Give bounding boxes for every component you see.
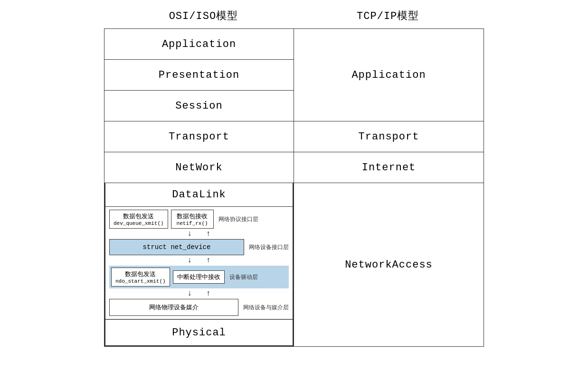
media-layer-label: 网络设备与媒介层 [243, 304, 289, 312]
recv-box-2: 中断处理中接收 [173, 270, 225, 284]
main-diagram-area: Application Presentation Session Transpo… [0, 28, 588, 347]
datalink-physical-container: DataLink 数据包发送 dev_queue_xmit() 数据包接收 [104, 183, 294, 346]
osi-application-layer: Application [104, 29, 294, 60]
arrows-1: ↓ ↑ [109, 230, 289, 238]
osi-session-layer: Session [104, 91, 294, 121]
physical-media-box: 网络物理设备媒介 [109, 299, 238, 316]
header-row: OSI/ISO模型 TCP/IP模型 [0, 0, 588, 28]
send-box-2: 数据包发送 ndo_start_xmit() [111, 268, 170, 287]
struct-row-container: struct net_device 网络设备接口层 [109, 239, 289, 255]
osi-network-layer: NetWork [104, 152, 294, 183]
osi-transport-layer: Transport [104, 121, 294, 152]
page-wrapper: OSI/ISO模型 TCP/IP模型 Application Presentat… [0, 0, 588, 370]
arrows-2: ↓ ↑ [109, 256, 289, 265]
recv-box-1: 数据包接收 netif_rx() [171, 210, 214, 229]
protocol-layer-label: 网络协议接口层 [218, 215, 258, 223]
send-box-1: 数据包发送 dev_queue_xmit() [109, 210, 168, 229]
tcpip-column: Application Transport Internet NetworkAc… [294, 29, 484, 346]
osi-physical-layer: Physical [105, 319, 293, 345]
tcpip-networkaccess-layer: NetworkAccess [294, 183, 484, 346]
net-device-layer-label: 网络设备接口层 [249, 243, 289, 251]
driver-layer-label: 设备驱动层 [229, 273, 258, 281]
osi-datalink-layer-header: DataLink [105, 183, 293, 207]
protocol-row-1: 数据包发送 dev_queue_xmit() 数据包接收 netif_rx() … [109, 210, 289, 229]
osi-presentation-layer: Presentation [104, 60, 294, 91]
tcpip-application-layer: Application [294, 29, 484, 121]
datalink-detail-area: 数据包发送 dev_queue_xmit() 数据包接收 netif_rx() … [105, 207, 293, 319]
osi-column: Application Presentation Session Transpo… [104, 29, 294, 346]
struct-net-device-box: struct net_device [109, 239, 244, 255]
tcpip-internet-layer: Internet [294, 152, 484, 183]
media-row-container: 网络物理设备媒介 网络设备与媒介层 [109, 299, 289, 316]
arrows-3: ↓ ↑ [109, 289, 289, 298]
osi-header-label: OSI/ISO模型 [169, 9, 238, 23]
model-table: Application Presentation Session Transpo… [104, 28, 484, 347]
driver-row-container: 数据包发送 ndo_start_xmit() 中断处理中接收 设备驱动层 [109, 266, 289, 288]
tcpip-header-label: TCP/IP模型 [357, 9, 419, 23]
tcpip-transport-layer: Transport [294, 121, 484, 152]
